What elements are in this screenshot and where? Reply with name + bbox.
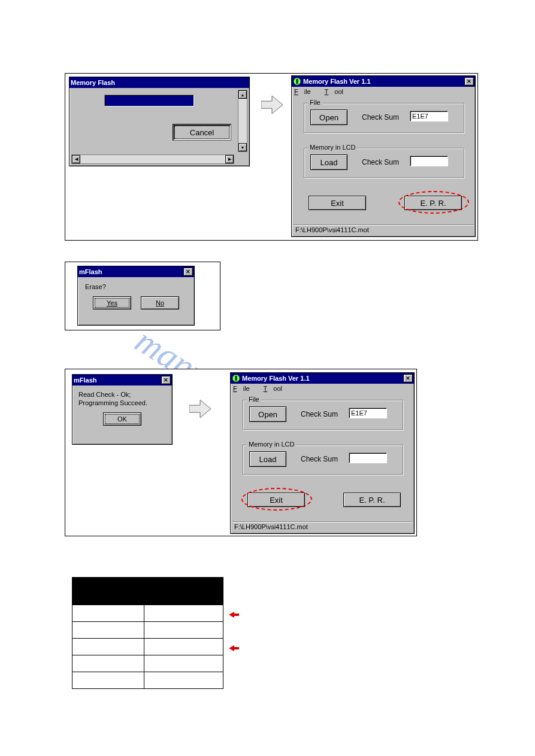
app1-titlebar: Memory Flash Ver 1.1 ✕ bbox=[292, 76, 475, 87]
checksum-label-1a: Check Sum bbox=[362, 113, 399, 122]
close-icon[interactable]: ✕ bbox=[403, 374, 413, 382]
load-button-1[interactable]: Load bbox=[310, 154, 347, 170]
msg-line1: Read Check - Ok; bbox=[78, 390, 166, 399]
msg-title: mFlash bbox=[74, 377, 161, 384]
app-icon bbox=[293, 77, 301, 86]
arrow-left-icon bbox=[229, 612, 234, 619]
table-row bbox=[72, 605, 223, 622]
close-icon[interactable]: ✕ bbox=[161, 376, 171, 384]
msg-line2: Programming Succeed. bbox=[78, 399, 166, 407]
erase-frame: mFlash ✕ Erase? Yes No bbox=[65, 262, 220, 330]
app1-title: Memory Flash Ver 1.1 bbox=[303, 78, 464, 85]
table-header-cell bbox=[72, 578, 144, 605]
progress-hscroll[interactable]: ◀ ▶ bbox=[71, 154, 234, 164]
checksum-field-2a[interactable]: E1E7 bbox=[349, 408, 387, 418]
menu-tool[interactable]: Tool bbox=[325, 88, 349, 95]
app1-menubar: File Tool bbox=[292, 87, 475, 96]
fieldset-file-2: File Open Check Sum E1E7 bbox=[243, 400, 403, 430]
no-button[interactable]: No bbox=[141, 296, 179, 309]
fieldset-mem-2: Memory in LCD Load Check Sum bbox=[243, 445, 403, 475]
checksum-field-2b[interactable] bbox=[349, 453, 387, 463]
progress-vscroll[interactable]: ▲ ▼ bbox=[238, 90, 247, 152]
table-row bbox=[72, 639, 223, 655]
msg-dialog: mFlash ✕ Read Check - Ok; Programming Su… bbox=[72, 374, 173, 445]
erase-message: Erase? bbox=[78, 277, 194, 296]
menu-file[interactable]: File bbox=[294, 88, 317, 95]
erase-dialog: mFlash ✕ Erase? Yes No bbox=[77, 266, 195, 326]
close-icon[interactable]: ✕ bbox=[464, 77, 474, 86]
exit-button-1[interactable]: Exit bbox=[309, 196, 366, 210]
checksum-label-2a: Check Sum bbox=[301, 410, 338, 418]
app-window-2: Memory Flash Ver 1.1 ✕ File Tool File Op… bbox=[230, 372, 415, 534]
fieldset-mem-1: Memory in LCD Load Check Sum bbox=[304, 148, 464, 178]
table-row bbox=[72, 622, 223, 639]
page-root: manualshive.com Memory Flash ▲ ▼ Cancel … bbox=[0, 0, 535, 756]
epr-button-1[interactable]: E. P. R. bbox=[404, 196, 462, 210]
statusbar-1: F:\LH900P\vsi4111C.mot bbox=[293, 224, 474, 235]
legend-file-2: File bbox=[247, 396, 261, 403]
progress-bar bbox=[104, 95, 194, 107]
progress-title: Memory Flash bbox=[71, 79, 248, 86]
checksum-label-2b: Check Sum bbox=[301, 455, 338, 463]
checksum-field-1a[interactable]: E1E7 bbox=[410, 111, 448, 122]
app-window-1: Memory Flash Ver 1.1 ✕ File Tool File Op… bbox=[291, 75, 476, 237]
close-icon[interactable]: ✕ bbox=[183, 268, 193, 276]
open-button-2[interactable]: Open bbox=[249, 406, 286, 422]
legend-mem-1: Memory in LCD bbox=[308, 144, 357, 151]
app-icon bbox=[232, 374, 240, 382]
arrow-right-icon bbox=[261, 96, 283, 114]
erase-title: mFlash bbox=[79, 268, 183, 275]
scroll-left-icon[interactable]: ◀ bbox=[72, 155, 80, 163]
table-header-row bbox=[72, 578, 223, 605]
checksum-field-1b[interactable] bbox=[410, 156, 448, 166]
msg-titlebar: mFlash ✕ bbox=[72, 375, 172, 385]
yes-button[interactable]: Yes bbox=[93, 296, 131, 309]
menu-file[interactable]: File bbox=[233, 385, 256, 392]
load-button-2[interactable]: Load bbox=[249, 451, 286, 467]
menu-tool[interactable]: Tool bbox=[264, 385, 288, 392]
table-row bbox=[72, 655, 223, 672]
app2-titlebar: Memory Flash Ver 1.1 ✕ bbox=[231, 373, 414, 384]
scroll-right-icon[interactable]: ▶ bbox=[225, 155, 234, 163]
arrow-left-icon bbox=[229, 645, 234, 652]
checksum-label-1b: Check Sum bbox=[362, 158, 399, 166]
arrow-right-icon bbox=[189, 400, 211, 418]
app2-menubar: File Tool bbox=[231, 384, 414, 393]
statusbar-2: F:\LH900P\vsi4111C.mot bbox=[232, 521, 413, 532]
svg-rect-1 bbox=[296, 79, 298, 84]
scroll-up-icon[interactable]: ▲ bbox=[238, 90, 247, 99]
epr-button-2[interactable]: E. P. R. bbox=[343, 493, 401, 507]
ok-button[interactable]: OK bbox=[103, 412, 141, 426]
cancel-button[interactable]: Cancel bbox=[173, 124, 231, 141]
table-header-cell bbox=[144, 578, 223, 605]
legend-mem-2: Memory in LCD bbox=[247, 441, 296, 448]
app2-title: Memory Flash Ver 1.1 bbox=[242, 375, 403, 382]
legend-file-1: File bbox=[308, 99, 322, 106]
erase-titlebar: mFlash ✕ bbox=[78, 266, 194, 277]
scroll-down-icon[interactable]: ▼ bbox=[238, 143, 247, 151]
exit-button-2[interactable]: Exit bbox=[247, 493, 305, 507]
progress-titlebar: Memory Flash bbox=[69, 77, 249, 88]
svg-rect-3 bbox=[235, 376, 237, 381]
open-button-1[interactable]: Open bbox=[310, 110, 347, 125]
spec-table bbox=[72, 577, 223, 689]
progress-window: Memory Flash ▲ ▼ Cancel ◀ ▶ bbox=[69, 77, 250, 166]
fieldset-file-1: File Open Check Sum E1E7 bbox=[304, 103, 464, 133]
table-row bbox=[72, 672, 223, 689]
